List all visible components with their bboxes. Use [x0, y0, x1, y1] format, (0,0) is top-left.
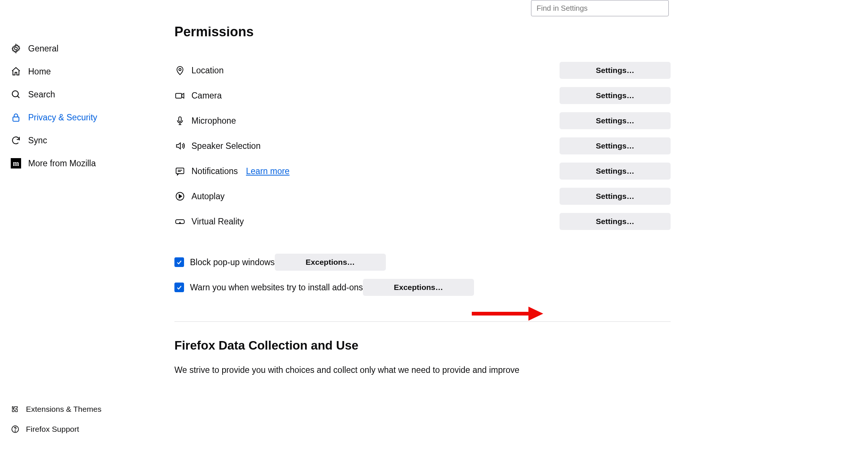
svg-rect-9 [176, 168, 184, 174]
permission-label: Virtual Reality [191, 217, 244, 227]
help-icon [10, 424, 20, 434]
sidebar-item-label: General [28, 44, 59, 54]
vr-settings-button[interactable]: Settings… [560, 213, 671, 230]
permission-row-microphone: Microphone Settings… [174, 108, 671, 133]
main-content: Permissions Location Settings… Camera Se… [174, 30, 671, 377]
puzzle-icon [10, 404, 20, 414]
speaker-settings-button[interactable]: Settings… [560, 137, 671, 154]
sidebar-item-label: Home [28, 67, 51, 77]
permission-row-autoplay: Autoplay Settings… [174, 184, 671, 209]
permission-label: Notifications [191, 166, 238, 176]
checkbox-row-warn-addons: Warn you when websites try to install ad… [174, 275, 671, 300]
sidebar-item-privacy-security[interactable]: Privacy & Security [9, 106, 157, 129]
warn-addons-checkbox[interactable] [174, 283, 184, 292]
search-input[interactable] [531, 0, 669, 16]
sidebar-item-label: Search [28, 90, 55, 100]
gear-icon [10, 43, 21, 54]
lock-icon [10, 112, 21, 123]
block-popups-exceptions-button[interactable]: Exceptions… [275, 254, 386, 271]
checkbox-block: Block pop-up windows Exceptions… Warn yo… [174, 250, 671, 300]
svg-point-6 [179, 69, 181, 71]
sidebar-item-label: Privacy & Security [28, 113, 97, 123]
sidebar-bottom-extensions[interactable]: Extensions & Themes [9, 399, 157, 419]
sidebar-item-general[interactable]: General [9, 37, 157, 60]
microphone-icon [174, 115, 186, 126]
sidebar-bottom-label: Firefox Support [26, 425, 79, 434]
location-icon [174, 65, 186, 76]
permission-label: Speaker Selection [191, 141, 261, 151]
data-collection-body: We strive to provide you with choices an… [174, 364, 671, 377]
speaker-icon [174, 140, 186, 151]
notification-icon [174, 166, 186, 177]
vr-icon [174, 216, 186, 227]
checkbox-label: Warn you when websites try to install ad… [190, 283, 363, 293]
microphone-settings-button[interactable]: Settings… [560, 112, 671, 129]
permission-row-speaker: Speaker Selection Settings… [174, 133, 671, 158]
svg-line-2 [17, 96, 19, 98]
permission-label: Location [191, 66, 224, 76]
sidebar-item-label: Sync [28, 136, 47, 146]
svg-marker-13 [179, 194, 182, 198]
svg-point-1 [12, 91, 18, 97]
camera-icon [174, 90, 186, 101]
sidebar-item-more-from-mozilla[interactable]: m More from Mozilla [9, 152, 157, 175]
notifications-learn-more-link[interactable]: Learn more [246, 166, 290, 176]
svg-rect-7 [176, 93, 181, 98]
permission-row-vr: Virtual Reality Settings… [174, 209, 671, 234]
block-popups-checkbox[interactable] [174, 257, 184, 267]
permission-label: Camera [191, 91, 222, 101]
permission-row-notifications: Notifications Learn more Settings… [174, 158, 671, 184]
sidebar: General Home Search Privacy & Security [9, 37, 157, 175]
notifications-settings-button[interactable]: Settings… [560, 163, 671, 180]
svg-rect-3 [13, 117, 19, 121]
sidebar-item-home[interactable]: Home [9, 60, 157, 83]
sidebar-item-label: More from Mozilla [28, 158, 96, 168]
sidebar-bottom-label: Extensions & Themes [26, 405, 101, 414]
svg-rect-8 [179, 117, 181, 122]
autoplay-icon [174, 191, 186, 202]
permission-label: Autoplay [191, 191, 225, 201]
checkbox-row-block-popups: Block pop-up windows Exceptions… [174, 250, 671, 275]
section-divider [174, 321, 671, 322]
sidebar-bottom-support[interactable]: Firefox Support [9, 419, 157, 439]
permissions-heading: Permissions [174, 27, 671, 44]
data-collection-heading: Firefox Data Collection and Use [174, 338, 671, 353]
svg-point-0 [14, 47, 17, 50]
permission-label: Microphone [191, 116, 236, 126]
sidebar-bottom: Extensions & Themes Firefox Support [9, 399, 157, 439]
mozilla-icon: m [10, 158, 21, 169]
sidebar-item-sync[interactable]: Sync [9, 129, 157, 152]
svg-point-5 [15, 431, 16, 431]
search-container [531, 0, 669, 16]
sync-icon [10, 135, 21, 146]
checkbox-label: Block pop-up windows [190, 257, 275, 267]
autoplay-settings-button[interactable]: Settings… [560, 188, 671, 205]
sidebar-item-search[interactable]: Search [9, 83, 157, 106]
permission-row-location: Location Settings… [174, 58, 671, 83]
search-icon [10, 89, 21, 100]
home-icon [10, 66, 21, 77]
warn-addons-exceptions-button[interactable]: Exceptions… [363, 279, 474, 296]
permission-row-camera: Camera Settings… [174, 83, 671, 108]
location-settings-button[interactable]: Settings… [560, 62, 671, 79]
camera-settings-button[interactable]: Settings… [560, 87, 671, 104]
